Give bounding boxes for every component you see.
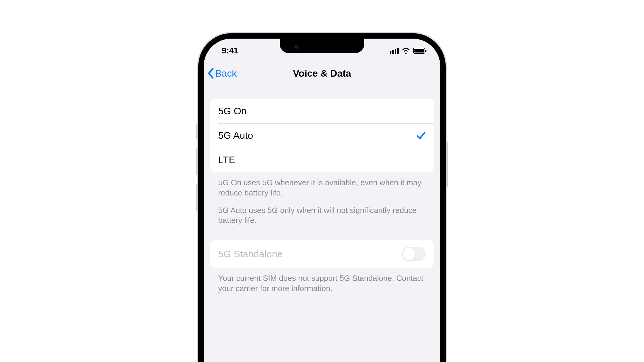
- footer-paragraph: Your current SIM does not support 5G Sta…: [218, 273, 426, 294]
- option-5g-on[interactable]: 5G On: [210, 99, 434, 123]
- option-label: 5G Standalone: [218, 249, 283, 260]
- back-label: Back: [215, 68, 237, 79]
- standalone-toggle: [402, 247, 426, 261]
- phone-notch: [280, 39, 364, 53]
- network-mode-group: 5G On 5G Auto LTE: [210, 99, 434, 172]
- status-icons: [390, 47, 425, 54]
- footer-paragraph: 5G Auto uses 5G only when it will not si…: [218, 205, 426, 226]
- phone-frame: 9:41 Back Voice & Data: [198, 33, 446, 362]
- checkmark-icon: [416, 131, 426, 140]
- option-label: 5G Auto: [218, 130, 253, 141]
- cellular-signal-icon: [390, 48, 399, 54]
- page-title: Voice & Data: [293, 68, 351, 79]
- option-label: 5G On: [218, 106, 247, 117]
- phone-screen: 9:41 Back Voice & Data: [204, 39, 440, 362]
- option-5g-standalone: 5G Standalone: [210, 240, 434, 268]
- option-label: LTE: [218, 154, 235, 166]
- phone-side-button-right: [446, 142, 448, 187]
- standalone-group: 5G Standalone: [210, 240, 434, 268]
- phone-side-buttons-left: [196, 124, 198, 220]
- footer-paragraph: 5G On uses 5G whenever it is available, …: [218, 178, 426, 198]
- navigation-bar: Back Voice & Data: [204, 63, 440, 84]
- status-time: 9:41: [222, 46, 238, 56]
- wifi-icon: [402, 47, 410, 54]
- network-mode-footer: 5G On uses 5G whenever it is available, …: [210, 172, 434, 226]
- settings-content: 5G On 5G Auto LTE 5G On uses 5G whenever…: [204, 84, 440, 294]
- standalone-footer: Your current SIM does not support 5G Sta…: [210, 268, 434, 294]
- option-lte[interactable]: LTE: [210, 148, 434, 172]
- back-button[interactable]: Back: [207, 68, 237, 79]
- battery-icon: [413, 48, 425, 54]
- option-5g-auto[interactable]: 5G Auto: [210, 123, 434, 148]
- toggle-knob: [403, 248, 415, 260]
- chevron-back-icon: [207, 68, 214, 79]
